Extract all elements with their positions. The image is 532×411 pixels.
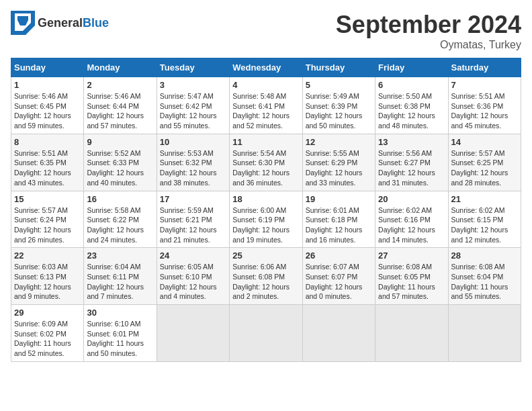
calendar-cell: 13 Sunrise: 5:56 AMSunset: 6:27 PMDaylig… [375,134,448,191]
calendar-cell: 3 Sunrise: 5:47 AMSunset: 6:42 PMDayligh… [157,77,229,134]
day-number: 12 [306,137,372,147]
calendar-week-3: 15 Sunrise: 5:57 AMSunset: 6:24 PMDaylig… [11,191,521,248]
calendar-cell: 23 Sunrise: 6:04 AMSunset: 6:11 PMDaylig… [84,248,157,305]
calendar-cell: 27 Sunrise: 6:08 AMSunset: 6:05 PMDaylig… [375,248,448,305]
day-detail: Sunrise: 5:49 AMSunset: 6:39 PMDaylight:… [306,92,363,130]
calendar-week-5: 29 Sunrise: 6:09 AMSunset: 6:02 PMDaylig… [11,305,521,362]
day-number: 16 [87,194,153,204]
calendar-cell: 11 Sunrise: 5:54 AMSunset: 6:30 PMDaylig… [230,134,302,191]
header: GeneralBlue September 2024 Oymatas, Turk… [11,11,521,51]
col-friday: Friday [375,58,448,77]
calendar-cell: 21 Sunrise: 6:02 AMSunset: 6:15 PMDaylig… [448,191,521,248]
location-title: Oymatas, Turkey [336,39,521,51]
calendar-cell: 4 Sunrise: 5:48 AMSunset: 6:41 PMDayligh… [230,77,302,134]
day-number: 11 [232,137,299,147]
day-detail: Sunrise: 5:52 AMSunset: 6:33 PMDaylight:… [87,149,144,187]
col-monday: Monday [84,58,157,77]
day-detail: Sunrise: 6:02 AMSunset: 6:16 PMDaylight:… [378,206,435,244]
calendar-cell: 12 Sunrise: 5:55 AMSunset: 6:29 PMDaylig… [302,134,375,191]
day-detail: Sunrise: 6:05 AMSunset: 6:10 PMDaylight:… [160,263,217,300]
calendar-cell [302,305,375,362]
day-number: 28 [451,250,518,261]
day-number: 9 [87,137,153,147]
calendar-cell: 14 Sunrise: 5:57 AMSunset: 6:25 PMDaylig… [448,134,521,191]
header-row: Sunday Monday Tuesday Wednesday Thursday… [11,58,521,77]
day-detail: Sunrise: 6:06 AMSunset: 6:08 PMDaylight:… [232,263,290,300]
calendar-cell: 2 Sunrise: 5:46 AMSunset: 6:44 PMDayligh… [84,77,157,134]
day-number: 4 [232,80,299,90]
logo-blue: Blue [83,16,109,30]
calendar-cell: 24 Sunrise: 6:05 AMSunset: 6:10 PMDaylig… [157,248,229,305]
day-number: 27 [378,250,445,261]
calendar-cell: 9 Sunrise: 5:52 AMSunset: 6:33 PMDayligh… [84,134,157,191]
day-detail: Sunrise: 5:57 AMSunset: 6:25 PMDaylight:… [451,149,508,187]
day-detail: Sunrise: 6:03 AMSunset: 6:13 PMDaylight:… [14,263,71,300]
calendar-cell: 18 Sunrise: 6:00 AMSunset: 6:19 PMDaylig… [230,191,302,248]
calendar-cell: 1 Sunrise: 5:46 AMSunset: 6:45 PMDayligh… [11,77,84,134]
col-wednesday: Wednesday [230,58,302,77]
calendar-cell: 19 Sunrise: 6:01 AMSunset: 6:18 PMDaylig… [302,191,375,248]
day-detail: Sunrise: 5:56 AMSunset: 6:27 PMDaylight:… [378,149,435,187]
day-detail: Sunrise: 5:50 AMSunset: 6:38 PMDaylight:… [378,92,435,130]
calendar-cell: 26 Sunrise: 6:07 AMSunset: 6:07 PMDaylig… [302,248,375,305]
calendar-week-4: 22 Sunrise: 6:03 AMSunset: 6:13 PMDaylig… [11,248,521,305]
day-number: 5 [306,80,372,90]
calendar-cell: 8 Sunrise: 5:51 AMSunset: 6:35 PMDayligh… [11,134,84,191]
calendar-week-1: 1 Sunrise: 5:46 AMSunset: 6:45 PMDayligh… [11,77,521,134]
calendar-week-2: 8 Sunrise: 5:51 AMSunset: 6:35 PMDayligh… [11,134,521,191]
col-tuesday: Tuesday [157,58,229,77]
day-detail: Sunrise: 5:55 AMSunset: 6:29 PMDaylight:… [306,149,363,187]
calendar-cell [448,305,521,362]
day-detail: Sunrise: 5:53 AMSunset: 6:32 PMDaylight:… [160,149,217,187]
calendar-cell: 29 Sunrise: 6:09 AMSunset: 6:02 PMDaylig… [11,305,84,362]
calendar-cell: 22 Sunrise: 6:03 AMSunset: 6:13 PMDaylig… [11,248,84,305]
day-detail: Sunrise: 6:04 AMSunset: 6:11 PMDaylight:… [87,263,144,300]
day-detail: Sunrise: 6:02 AMSunset: 6:15 PMDaylight:… [451,206,508,244]
month-title: September 2024 [336,11,521,39]
calendar-cell: 17 Sunrise: 5:59 AMSunset: 6:21 PMDaylig… [157,191,229,248]
day-number: 30 [87,308,153,318]
day-detail: Sunrise: 6:08 AMSunset: 6:04 PMDaylight:… [451,263,508,300]
calendar-cell [157,305,229,362]
day-detail: Sunrise: 5:59 AMSunset: 6:21 PMDaylight:… [160,206,217,244]
day-number: 18 [232,194,299,204]
day-detail: Sunrise: 5:48 AMSunset: 6:41 PMDaylight:… [232,92,290,130]
day-detail: Sunrise: 5:51 AMSunset: 6:36 PMDaylight:… [451,92,508,130]
day-number: 10 [160,137,226,147]
title-area: September 2024 Oymatas, Turkey [336,11,521,51]
day-number: 17 [160,194,226,204]
calendar-cell: 10 Sunrise: 5:53 AMSunset: 6:32 PMDaylig… [157,134,229,191]
day-number: 26 [306,250,372,261]
calendar-cell: 28 Sunrise: 6:08 AMSunset: 6:04 PMDaylig… [448,248,521,305]
day-number: 8 [14,137,81,147]
col-thursday: Thursday [302,58,375,77]
calendar-cell: 20 Sunrise: 6:02 AMSunset: 6:16 PMDaylig… [375,191,448,248]
day-number: 25 [232,250,299,261]
calendar-cell [230,305,302,362]
logo-icon [11,11,35,35]
day-detail: Sunrise: 6:10 AMSunset: 6:01 PMDaylight:… [87,320,144,357]
day-detail: Sunrise: 6:09 AMSunset: 6:02 PMDaylight:… [14,320,71,357]
calendar-cell: 16 Sunrise: 5:58 AMSunset: 6:22 PMDaylig… [84,191,157,248]
calendar-cell: 7 Sunrise: 5:51 AMSunset: 6:36 PMDayligh… [448,77,521,134]
calendar-cell: 6 Sunrise: 5:50 AMSunset: 6:38 PMDayligh… [375,77,448,134]
calendar-cell: 25 Sunrise: 6:06 AMSunset: 6:08 PMDaylig… [230,248,302,305]
calendar-cell: 15 Sunrise: 5:57 AMSunset: 6:24 PMDaylig… [11,191,84,248]
logo: GeneralBlue [11,11,109,35]
day-detail: Sunrise: 5:58 AMSunset: 6:22 PMDaylight:… [87,206,144,244]
calendar-cell: 30 Sunrise: 6:10 AMSunset: 6:01 PMDaylig… [84,305,157,362]
day-number: 3 [160,80,226,90]
calendar-table: Sunday Monday Tuesday Wednesday Thursday… [11,58,521,362]
day-number: 13 [378,137,445,147]
calendar-cell: 5 Sunrise: 5:49 AMSunset: 6:39 PMDayligh… [302,77,375,134]
day-number: 23 [87,250,153,261]
day-number: 24 [160,250,226,261]
day-number: 14 [451,137,518,147]
day-number: 19 [306,194,372,204]
day-detail: Sunrise: 5:57 AMSunset: 6:24 PMDaylight:… [14,206,71,244]
day-detail: Sunrise: 5:47 AMSunset: 6:42 PMDaylight:… [160,92,217,130]
day-number: 29 [14,308,81,318]
day-number: 2 [87,80,153,90]
day-detail: Sunrise: 6:07 AMSunset: 6:07 PMDaylight:… [306,263,363,300]
day-detail: Sunrise: 5:46 AMSunset: 6:45 PMDaylight:… [14,92,71,130]
